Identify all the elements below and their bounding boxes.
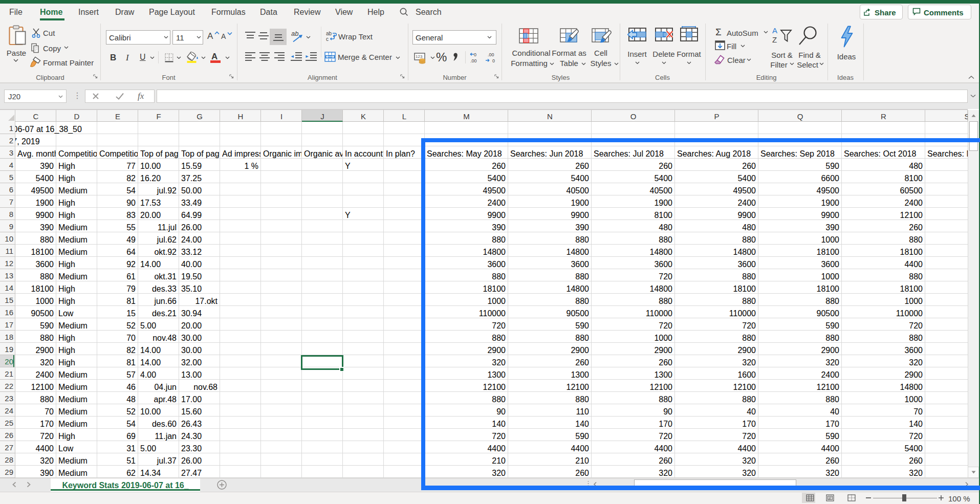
svg-text:.00: .00	[488, 52, 494, 57]
svg-text:123: 123	[416, 54, 423, 59]
svg-text:c: c	[326, 36, 329, 42]
svg-text:.00: .00	[470, 58, 477, 63]
svg-text:0: 0	[492, 58, 495, 63]
svg-text:ab: ab	[326, 31, 332, 36]
svg-text:0: 0	[474, 52, 476, 57]
